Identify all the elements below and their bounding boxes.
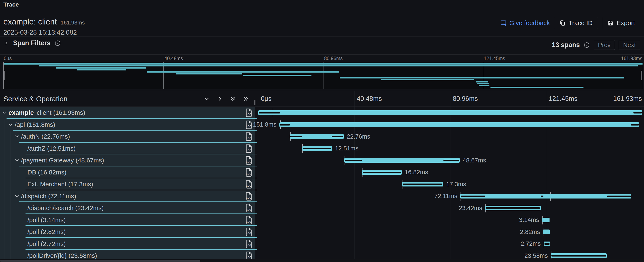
prev-span-button[interactable]: Prev bbox=[594, 40, 615, 50]
collapse-all-icon[interactable] bbox=[228, 93, 238, 104]
span-row-label[interactable]: /poll (2.72ms)LOG bbox=[0, 238, 255, 250]
span-row-label[interactable]: exampleclient (161.93ms)LOG bbox=[0, 107, 255, 119]
minimap-span-bar bbox=[381, 79, 474, 80]
expand-one-icon[interactable] bbox=[215, 93, 224, 104]
log-icon[interactable]: LOG bbox=[245, 216, 252, 225]
span-bar[interactable] bbox=[544, 242, 550, 246]
log-icon[interactable]: LOG bbox=[245, 227, 252, 236]
log-icon[interactable]: LOG bbox=[245, 132, 252, 141]
span-name: /authZ (12.51ms) bbox=[28, 142, 76, 155]
span-name: Ext. Merchant (17.3ms) bbox=[28, 178, 93, 190]
trace-row: DB (16.82ms)LOG16.82ms bbox=[0, 166, 644, 178]
span-nav-controls: 13 spans Prev Next bbox=[552, 40, 640, 50]
export-button[interactable]: Export bbox=[602, 17, 640, 29]
log-icon[interactable]: LOG bbox=[245, 192, 252, 201]
minimap-left-handle[interactable] bbox=[4, 71, 5, 80]
tree-guide-line bbox=[10, 238, 11, 250]
trace-row: /authN (22.76ms)LOG22.76ms bbox=[0, 130, 644, 142]
log-icon[interactable]: LOG bbox=[245, 108, 252, 117]
copy-icon bbox=[559, 20, 566, 26]
span-row-label[interactable]: /payment Gateway (48.67ms)LOG bbox=[0, 154, 255, 166]
span-rows: exampleclient (161.93ms)LOG/api (151.8ms… bbox=[0, 107, 644, 262]
span-name: exampleclient (161.93ms) bbox=[8, 107, 85, 119]
span-bar[interactable] bbox=[460, 194, 631, 198]
span-bar[interactable] bbox=[290, 134, 344, 139]
chevron-down-icon[interactable] bbox=[14, 158, 20, 163]
span-row-label[interactable]: DB (16.82ms)LOG bbox=[0, 166, 255, 178]
span-row-timeline: 151.8ms bbox=[255, 119, 644, 131]
span-row-label[interactable]: /authN (22.76ms)LOG bbox=[0, 130, 255, 142]
chevron-down-icon[interactable] bbox=[14, 134, 20, 139]
span-row-timeline: 2.82ms bbox=[255, 226, 644, 238]
critical-path-segment bbox=[280, 124, 290, 126]
minimap-span-bar bbox=[490, 87, 584, 88]
tree-guide-line bbox=[4, 214, 4, 226]
trace-header: example: client 161.93ms bbox=[3, 17, 85, 26]
span-name: DB (16.82ms) bbox=[28, 166, 66, 178]
span-row-label[interactable]: /poll (2.82ms)LOG bbox=[0, 226, 255, 238]
trace-duration-badge: 161.93ms bbox=[60, 20, 84, 26]
span-duration-label: 23.42ms bbox=[459, 202, 482, 214]
tree-guide-line bbox=[10, 154, 11, 166]
span-duration-label: 2.82ms bbox=[520, 226, 540, 238]
next-span-button[interactable]: Next bbox=[619, 40, 640, 50]
timeline-ruler: 0µs40.48ms80.96ms121.45ms161.93ms bbox=[255, 91, 644, 106]
chevron-down-icon[interactable] bbox=[14, 194, 20, 199]
tree-guide-line bbox=[4, 226, 4, 238]
log-icon[interactable]: LOG bbox=[245, 156, 252, 165]
span-name: /dispatch/search (23.42ms) bbox=[28, 202, 104, 214]
svg-text:LOG: LOG bbox=[246, 232, 252, 235]
span-bar[interactable] bbox=[485, 206, 541, 210]
tree-guide-line bbox=[10, 166, 11, 178]
span-bar[interactable] bbox=[543, 230, 550, 234]
minimap-span-bar bbox=[478, 83, 488, 84]
span-bar[interactable] bbox=[258, 110, 642, 115]
log-icon[interactable]: LOG bbox=[245, 203, 252, 213]
span-row-label[interactable]: /dispatch (72.11ms)LOG bbox=[0, 190, 255, 202]
expand-all-icon[interactable] bbox=[241, 93, 250, 104]
span-duration-label: 72.11ms bbox=[434, 190, 458, 202]
log-icon[interactable]: LOG bbox=[245, 144, 252, 153]
info-icon[interactable] bbox=[54, 40, 61, 46]
save-icon bbox=[607, 20, 614, 26]
log-icon[interactable]: LOG bbox=[245, 180, 252, 189]
chevron-down-icon[interactable] bbox=[2, 110, 7, 115]
critical-path-segment bbox=[363, 172, 401, 173]
span-bar[interactable] bbox=[542, 218, 549, 222]
span-name: /poll (2.82ms) bbox=[28, 226, 66, 238]
span-row-label[interactable]: /authZ (12.51ms)LOG bbox=[0, 142, 255, 155]
svg-text:LOG: LOG bbox=[246, 208, 252, 211]
span-bar[interactable] bbox=[280, 122, 639, 127]
span-filters-toggle[interactable]: Span Filters bbox=[4, 39, 61, 47]
span-bar[interactable] bbox=[551, 253, 607, 258]
span-duration-label: 2.72ms bbox=[521, 238, 541, 250]
critical-path-segment bbox=[631, 124, 639, 126]
span-row-label[interactable]: /poll (3.14ms)LOG bbox=[0, 214, 255, 226]
span-duration-label: 12.51ms bbox=[335, 142, 358, 155]
collapse-one-icon[interactable] bbox=[202, 93, 211, 104]
span-bar[interactable] bbox=[402, 182, 443, 186]
trace-row: /poll (3.14ms)LOG3.14ms bbox=[0, 214, 644, 226]
info-icon[interactable] bbox=[584, 42, 590, 48]
log-icon[interactable]: LOG bbox=[245, 120, 252, 129]
tree-guide-line bbox=[10, 214, 11, 226]
span-row-timeline bbox=[255, 107, 644, 119]
trace-timestamp: 2025-03-28 16:13:42.082 bbox=[3, 29, 77, 36]
span-bar[interactable] bbox=[362, 170, 402, 175]
tree-guide-line bbox=[4, 142, 4, 155]
span-row-label[interactable]: /api (151.8ms)LOG bbox=[0, 119, 255, 131]
span-bar[interactable] bbox=[344, 158, 460, 163]
chevron-down-icon[interactable] bbox=[8, 122, 13, 127]
span-bar[interactable] bbox=[302, 146, 332, 151]
horizontal-scrollbar-thumb[interactable] bbox=[0, 260, 200, 262]
log-icon[interactable]: LOG bbox=[245, 168, 252, 177]
ruler-tick-label: 121.45ms bbox=[549, 91, 577, 106]
log-icon[interactable]: LOG bbox=[245, 239, 252, 248]
span-row-label[interactable]: /dispatch/search (23.42ms)LOG bbox=[0, 202, 255, 214]
minimap-right-handle[interactable] bbox=[641, 71, 642, 80]
span-row-label[interactable]: Ext. Merchant (17.3ms)LOG bbox=[0, 178, 255, 190]
minimap-canvas[interactable] bbox=[3, 62, 642, 89]
give-feedback-link[interactable]: Give feedback bbox=[500, 20, 550, 26]
tree-guide-line bbox=[17, 214, 17, 226]
trace-id-button[interactable]: Trace ID bbox=[554, 17, 598, 29]
